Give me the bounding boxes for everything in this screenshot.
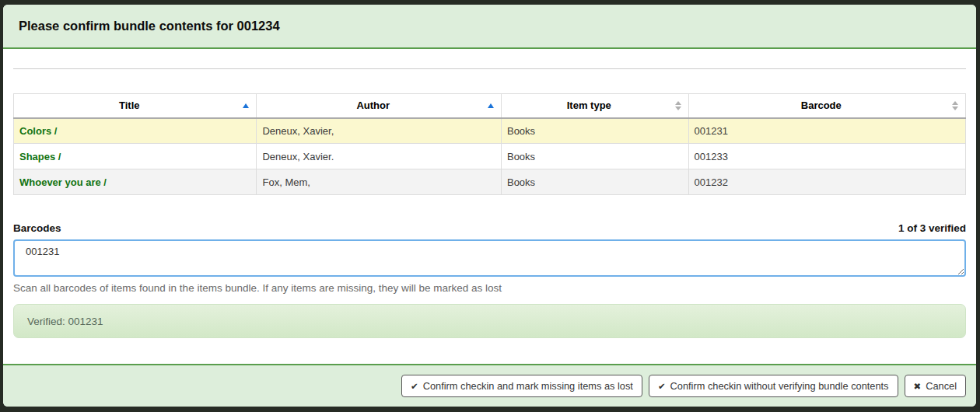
item-author: Fox, Mem, — [257, 169, 501, 195]
barcodes-hint: Scan all barcodes of items found in the … — [13, 282, 966, 294]
column-header-title[interactable]: Title — [14, 94, 257, 118]
item-title-cell: Whoever you are / — [14, 169, 257, 195]
confirm-no-verify-button[interactable]: ✔ Confirm checkin without verifying bund… — [649, 375, 898, 397]
table-row: Shapes / Deneux, Xavier. Books 001233 — [14, 144, 966, 169]
barcodes-label: Barcodes — [13, 222, 61, 234]
table-header-row: Title Author Item type Barcode — [14, 94, 966, 118]
item-title-cell: Shapes / — [14, 144, 257, 169]
table-row: Whoever you are / Fox, Mem, Books 001232 — [14, 169, 966, 195]
column-header-barcode[interactable]: Barcode — [688, 94, 965, 118]
x-icon: ✖ — [914, 381, 922, 392]
barcodes-input[interactable]: 001231 — [13, 239, 966, 277]
item-title-link[interactable]: Colors / — [19, 125, 57, 137]
item-title-link[interactable]: Whoever you are / — [19, 176, 107, 188]
sort-ascending-icon — [488, 103, 494, 108]
column-header-author[interactable]: Author — [257, 94, 501, 118]
confirm-bundle-modal: Please confirm bundle contents for 00123… — [3, 5, 976, 407]
table-row: Colors / Deneux, Xavier, Books 001231 — [14, 118, 966, 144]
verified-count: 1 of 3 verified — [898, 222, 966, 234]
modal-backdrop: Please confirm bundle contents for 00123… — [0, 0, 980, 412]
button-label: Confirm checkin without verifying bundle… — [670, 380, 889, 392]
modal-body: Title Author Item type Barcode — [3, 49, 976, 364]
check-icon: ✔ — [658, 381, 666, 392]
sort-both-icon — [952, 101, 958, 110]
verified-alert-text: Verified: 001231 — [27, 316, 103, 327]
column-header-label: Barcode — [801, 100, 842, 111]
column-header-label: Item type — [567, 100, 611, 111]
item-author: Deneux, Xavier, — [257, 118, 501, 144]
check-icon: ✔ — [411, 381, 418, 392]
confirm-mark-lost-button[interactable]: ✔ Confirm checkin and mark missing items… — [401, 375, 642, 397]
item-type: Books — [501, 118, 688, 144]
barcodes-label-row: Barcodes 1 of 3 verified — [13, 222, 966, 234]
button-label: Confirm checkin and mark missing items a… — [423, 380, 633, 392]
item-type: Books — [501, 169, 688, 195]
modal-header: Please confirm bundle contents for 00123… — [3, 5, 976, 49]
item-title-cell: Colors / — [14, 118, 257, 144]
column-header-label: Author — [356, 100, 390, 111]
divider — [13, 68, 966, 69]
item-author: Deneux, Xavier. — [257, 144, 501, 169]
sort-ascending-icon — [243, 103, 249, 108]
cancel-button[interactable]: ✖ Cancel — [905, 375, 966, 397]
item-type: Books — [501, 144, 688, 169]
modal-footer: ✔ Confirm checkin and mark missing items… — [3, 364, 976, 407]
modal-title: Please confirm bundle contents for 00123… — [19, 19, 280, 33]
item-barcode: 001231 — [688, 118, 965, 144]
item-barcode: 001233 — [688, 144, 965, 169]
item-title-link[interactable]: Shapes / — [19, 151, 61, 162]
column-header-label: Title — [119, 100, 140, 111]
column-header-item-type[interactable]: Item type — [501, 94, 688, 118]
bundle-items-table: Title Author Item type Barcode — [13, 93, 966, 195]
verified-alert: Verified: 001231 — [13, 304, 966, 338]
item-barcode: 001232 — [688, 169, 965, 195]
button-label: Cancel — [926, 380, 957, 392]
sort-both-icon — [675, 101, 681, 110]
